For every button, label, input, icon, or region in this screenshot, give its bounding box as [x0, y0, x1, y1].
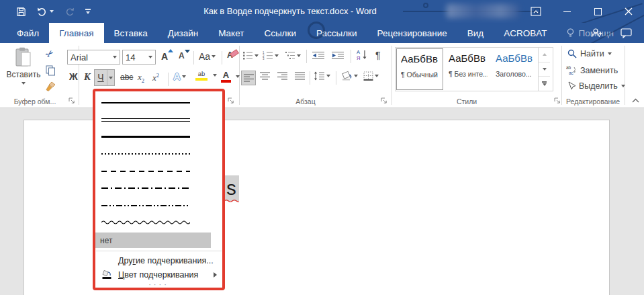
style-item-normal[interactable]: АаБбВв ¶ Обычный [396, 48, 443, 90]
style-item-heading[interactable]: АаБбВв Заголово... [491, 48, 538, 91]
tab-acrobat[interactable]: ACROBAT [494, 23, 557, 43]
underline-style-option-wavy[interactable] [95, 214, 222, 232]
underline-button-active[interactable]: Ч [94, 69, 115, 86]
subscript-button[interactable]: x2 [138, 72, 144, 84]
copy-button[interactable] [46, 65, 56, 76]
underline-style-option-single[interactable] [95, 94, 222, 112]
numbering-button[interactable]: 1 2 3 [263, 51, 279, 60]
numbering-arrow[interactable] [275, 54, 279, 57]
font-name-combo[interactable]: Arial [67, 50, 120, 65]
cut-button[interactable]: ✂ [46, 48, 54, 59]
multilevel-list-arrow[interactable] [297, 54, 301, 57]
highlight-arrow[interactable] [213, 74, 217, 77]
highlight-button[interactable]: ab [195, 71, 217, 81]
justify-button[interactable] [295, 72, 305, 80]
change-case-button[interactable]: Aa [199, 51, 216, 62]
scroll-up-icon [543, 53, 547, 56]
tab-references[interactable]: Ссылки [254, 23, 306, 43]
format-painter-button[interactable] [46, 81, 56, 92]
paste-dropdown-arrow[interactable] [21, 82, 26, 85]
styles-dialog-launcher[interactable] [553, 97, 561, 105]
underline-style-option-dashed[interactable] [95, 163, 222, 180]
maximize-button[interactable] [582, 0, 613, 23]
align-right-button[interactable] [277, 72, 287, 80]
align-center-button[interactable] [260, 72, 270, 80]
underline-style-option-dash-dot-dot[interactable] [95, 197, 222, 214]
find-arrow[interactable] [608, 52, 612, 55]
styles-more-button[interactable] [539, 77, 550, 91]
font-dialog-launcher[interactable] [227, 97, 235, 105]
styles-scroll-down-button[interactable] [539, 62, 550, 77]
bold-button[interactable]: Ж [69, 71, 78, 82]
bullets-icon [242, 51, 253, 60]
undo-button[interactable] [37, 7, 54, 16]
font-size-dropdown-arrow[interactable] [148, 56, 152, 58]
close-button[interactable] [613, 0, 644, 23]
redo-button-disabled[interactable] [64, 7, 75, 16]
line-spacing-button[interactable] [314, 71, 330, 81]
superscript-button[interactable]: x2 [152, 72, 159, 83]
underline-style-option-dash-dot[interactable] [95, 180, 222, 198]
tab-design[interactable]: Дизайн [158, 23, 208, 43]
strikethrough-button[interactable]: abc [120, 73, 133, 82]
menu-item-more-underlines[interactable]: Другие подчеркивания... [95, 253, 222, 267]
sort-button[interactable]: А Я [357, 49, 368, 60]
font-color-button[interactable]: А [221, 71, 240, 83]
underline-dropdown-arrow[interactable] [107, 77, 114, 79]
underline-style-option-dotted[interactable] [95, 146, 222, 163]
replace-button[interactable]: ab ac Заменить [566, 65, 618, 75]
styles-scroll-up-button[interactable] [539, 48, 550, 62]
font-color-arrow[interactable] [236, 75, 240, 78]
borders-button[interactable] [363, 71, 379, 81]
bullets-arrow[interactable] [255, 54, 259, 57]
grow-font-button[interactable]: А [161, 51, 168, 62]
find-button[interactable]: Найти [567, 49, 612, 58]
shrink-font-button[interactable]: А [179, 51, 185, 60]
line-spacing-arrow[interactable] [326, 75, 330, 77]
select-arrow[interactable] [621, 85, 625, 87]
borders-arrow[interactable] [375, 75, 379, 77]
italic-button[interactable]: К [84, 71, 91, 83]
tab-file[interactable]: Файл [7, 23, 49, 43]
menu-item-underline-color[interactable]: Цвет подчеркивания [95, 267, 222, 282]
style-item-no-spacing[interactable]: АаБбВв ¶ Без инте... [444, 48, 491, 91]
paragraph-dialog-launcher[interactable] [380, 97, 388, 105]
collapse-ribbon-button[interactable] [631, 97, 640, 103]
svg-text:ab: ab [566, 65, 571, 70]
align-left-icon [244, 74, 254, 82]
tab-home[interactable]: Главная [49, 23, 103, 43]
shading-bucket-icon [340, 71, 353, 81]
share-person-icon[interactable] [591, 28, 603, 38]
increase-indent-button[interactable] [331, 51, 344, 60]
paste-button[interactable]: Вставить [7, 47, 40, 85]
shading-button[interactable] [340, 71, 358, 81]
account-name-blurred[interactable] [447, 4, 519, 18]
underline-option-none[interactable]: нет [95, 233, 211, 248]
shading-arrow[interactable] [354, 75, 358, 77]
save-button[interactable] [16, 7, 26, 17]
ribbon-display-options-button[interactable] [520, 0, 551, 23]
clipboard-dialog-launcher[interactable] [68, 97, 76, 105]
tab-review[interactable]: Рецензирование [367, 23, 457, 43]
text-effects-arrow[interactable] [182, 75, 186, 78]
comments-icon[interactable] [620, 28, 632, 38]
undo-dropdown-arrow[interactable] [50, 10, 54, 13]
decrease-indent-button[interactable] [312, 51, 325, 60]
font-size-combo[interactable]: 14 [122, 50, 156, 65]
tab-view[interactable]: Вид [457, 23, 494, 43]
clear-formatting-button[interactable]: А [227, 50, 233, 60]
bullets-button[interactable] [242, 51, 259, 60]
font-name-dropdown-arrow[interactable] [113, 56, 117, 58]
underline-style-option-double[interactable] [95, 112, 222, 129]
multilevel-list-button[interactable] [285, 51, 301, 60]
customize-quick-access-button[interactable] [85, 9, 91, 14]
underline-style-option-thick[interactable] [95, 128, 222, 146]
show-marks-button[interactable]: ¶ [375, 50, 381, 60]
text-effects-button[interactable]: А [173, 71, 186, 82]
tab-layout[interactable]: Макет [208, 23, 254, 43]
minimize-button[interactable] [551, 0, 582, 23]
align-left-button-active[interactable] [241, 71, 256, 85]
tab-insert[interactable]: Вставка [104, 23, 158, 43]
select-button[interactable]: Выделить [567, 81, 625, 91]
window-controls [520, 0, 644, 23]
